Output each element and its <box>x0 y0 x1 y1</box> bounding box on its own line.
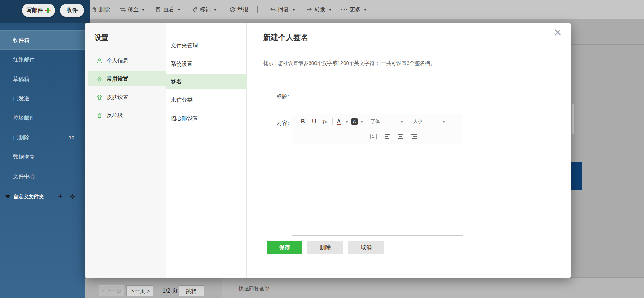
sidebar-item-sent[interactable]: 已发送 <box>0 89 85 108</box>
mark-button[interactable]: 标记 <box>192 4 217 15</box>
move-label: 移至 <box>128 6 139 13</box>
chevron-down-icon <box>329 9 332 11</box>
nav-anti-spam[interactable]: 反垃圾 <box>88 108 166 123</box>
subnav-folder-management[interactable]: 文件夹管理 <box>166 38 247 54</box>
compose-label: 写邮件 <box>27 7 43 14</box>
sidebar-item-spam[interactable]: 垃圾邮件 <box>0 108 85 128</box>
sidebar-item-drafts[interactable]: 草稿箱 <box>0 69 85 89</box>
save-button[interactable]: 保存 <box>267 241 302 254</box>
reply-button[interactable]: 回复 <box>269 4 295 15</box>
clear-format-x: x <box>325 120 327 124</box>
title-field-label: 标题: <box>255 91 289 102</box>
compose-button[interactable]: 写邮件 <box>22 4 55 17</box>
align-center-button[interactable] <box>398 129 403 144</box>
mail-list-footer: < 上一页 下一页 > 1/2 页 跳转 快速回复全部 <box>85 277 644 298</box>
editor-separator <box>380 133 380 140</box>
nav-personal-info[interactable]: 个人信息 <box>88 53 166 68</box>
chevron-down-icon <box>178 9 180 11</box>
forward-icon <box>306 6 313 13</box>
settings-title: 设置 <box>95 33 108 42</box>
text-color-button[interactable]: A <box>337 114 341 129</box>
new-signature-title: 新建个人签名 <box>263 32 308 43</box>
report-button[interactable]: 举报 <box>229 4 248 15</box>
quick-reply-label[interactable]: 快速回复全部 <box>239 286 269 292</box>
jump-page-button[interactable]: 跳转 <box>179 285 204 296</box>
nav-skin-settings-label: 皮肤设置 <box>107 94 128 101</box>
receive-label: 收件 <box>67 7 78 14</box>
quick-reply-panel: 快速回复全部 <box>222 277 644 298</box>
clear-format-button[interactable]: Tx <box>322 114 327 129</box>
signature-content-editor[interactable] <box>292 144 463 235</box>
move-to-button[interactable]: 移至 <box>120 4 145 15</box>
shirt-icon <box>97 95 102 100</box>
bg-color-dropdown[interactable] <box>360 114 363 129</box>
underline-button[interactable]: U <box>312 114 316 129</box>
text-color-dropdown[interactable] <box>345 114 348 129</box>
sidebar-item-file-center[interactable]: 文件中心 <box>0 167 85 186</box>
reply-label: 回复 <box>278 6 289 13</box>
view-icon <box>155 6 162 13</box>
editor-toolbar: B U Tx A A 字体 大小 <box>292 114 463 144</box>
more-button[interactable]: 更多 <box>341 4 367 15</box>
subnav-incoming-classification[interactable]: 来信分类 <box>166 92 247 108</box>
subnav-system-settings[interactable]: 系统设置 <box>166 56 247 72</box>
font-size-caret[interactable] <box>442 114 445 129</box>
chevron-down-icon <box>364 9 367 11</box>
custom-folders-label[interactable]: 自定义文件夹 <box>13 194 44 200</box>
manage-folders-gear-icon[interactable] <box>69 193 76 201</box>
text-color-icon: A <box>337 118 341 125</box>
settings-modal: 设置 个人信息 常用设置 皮肤设置 反垃圾 文件夹管理 系统设置 签名 <box>85 23 571 278</box>
cancel-button[interactable]: 取消 <box>348 241 384 254</box>
delete-label: 删除 <box>99 6 110 13</box>
nav-anti-spam-label: 反垃圾 <box>107 112 123 119</box>
chevron-down-icon <box>142 9 145 11</box>
add-folder-button[interactable]: + <box>57 193 64 200</box>
close-modal-button[interactable]: ✕ <box>552 28 563 39</box>
custom-folders-section: 自定义文件夹 + <box>0 190 85 203</box>
next-page-button[interactable]: 下一页 > <box>126 285 153 296</box>
sidebar-item-inbox[interactable]: 收件箱 <box>0 30 85 50</box>
nav-common-settings-label: 常用设置 <box>107 75 128 83</box>
bg-color-button[interactable]: A <box>351 114 358 129</box>
insert-image-button[interactable] <box>370 129 377 144</box>
collapse-triangle-icon[interactable] <box>5 195 10 198</box>
delete-signature-button[interactable]: 删除 <box>307 241 343 254</box>
align-left-icon <box>385 134 390 139</box>
sidebar-item-deleted[interactable]: 已删除 10 <box>0 128 85 147</box>
report-label: 举报 <box>237 6 248 13</box>
editor-separator <box>448 118 448 125</box>
align-right-button[interactable] <box>411 129 417 144</box>
signature-tip-text: 提示 : 您可设置最多600个汉字或1200个英文字符； 一共可设置3个签名档。 <box>263 60 435 67</box>
sidebar-item-flagged[interactable]: 红旗邮件 <box>0 50 85 69</box>
chevron-down-icon <box>345 121 348 123</box>
chevron-down-icon <box>400 121 403 123</box>
font-family-select[interactable]: 字体 <box>370 114 380 129</box>
bold-button[interactable]: B <box>301 114 305 129</box>
delete-button[interactable]: 删除 <box>91 4 110 15</box>
subnav-suixin-mail[interactable]: 随心邮设置 <box>166 111 247 126</box>
editor-separator <box>332 118 333 125</box>
subnav-signature[interactable]: 签名 <box>166 74 247 89</box>
move-icon <box>120 6 126 13</box>
chevron-down-icon <box>360 121 363 123</box>
align-left-button[interactable] <box>385 129 390 144</box>
forward-button[interactable]: 转发 <box>306 4 332 15</box>
nav-common-settings[interactable]: 常用设置 <box>88 71 166 86</box>
brand-header: 写邮件 收件 <box>0 0 90 23</box>
more-label: 更多 <box>350 6 361 13</box>
nav-personal-info-label: 个人信息 <box>107 57 128 65</box>
prev-page-button[interactable]: < 上一页 <box>99 285 124 296</box>
nav-skin-settings[interactable]: 皮肤设置 <box>88 90 166 105</box>
sidebar-item-data-recovery[interactable]: 数据恢复 <box>0 147 85 167</box>
signature-title-input[interactable] <box>292 91 463 102</box>
trash-icon <box>97 113 102 118</box>
view-button[interactable]: 查看 <box>155 4 180 15</box>
mark-label: 标记 <box>200 6 211 13</box>
toolbar-separator <box>257 6 258 13</box>
trash-icon <box>91 6 97 13</box>
settings-subnav-column: 文件夹管理 系统设置 签名 来信分类 随心邮设置 <box>166 23 247 278</box>
gear-icon <box>97 76 102 82</box>
font-size-select[interactable]: 大小 <box>413 114 422 129</box>
font-family-caret[interactable] <box>400 114 403 129</box>
receive-mail-button[interactable]: 收件 <box>60 4 84 17</box>
